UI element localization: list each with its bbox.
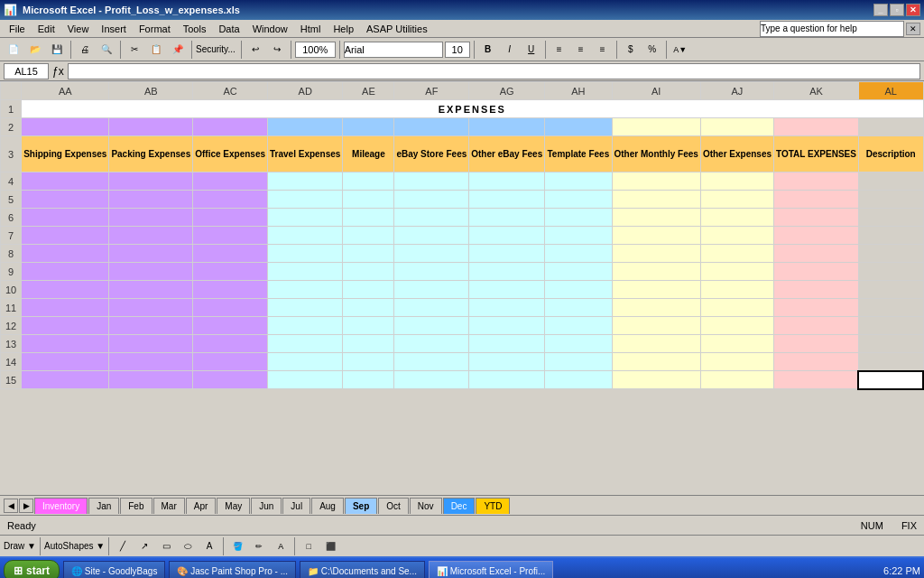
currency-btn[interactable]: $ [621, 40, 641, 60]
cell-al5[interactable] [858, 191, 923, 209]
cell-ak6[interactable] [774, 209, 859, 227]
cell-ai10[interactable] [612, 281, 700, 299]
cell-ag13[interactable] [469, 335, 545, 353]
tab-aug[interactable]: Aug [311, 498, 344, 514]
cell-ag5[interactable] [469, 191, 545, 209]
col-ae[interactable]: AE [343, 82, 394, 100]
print-btn[interactable]: 🖨 [75, 40, 95, 60]
cell-aj10[interactable] [700, 281, 773, 299]
menu-data[interactable]: Data [213, 23, 245, 35]
cell-al11[interactable] [858, 299, 923, 317]
header-other-expenses[interactable]: Other Expenses [700, 136, 773, 172]
cell-aa2[interactable] [22, 118, 109, 136]
cell-ad4[interactable] [268, 172, 343, 191]
cell-ac12[interactable] [193, 317, 268, 335]
row-num-9[interactable]: 9 [1, 263, 22, 281]
restore-btn[interactable]: ▫ [890, 4, 904, 16]
cell-aa5[interactable] [22, 191, 109, 209]
formula-input[interactable] [68, 63, 920, 79]
open-btn[interactable]: 📂 [25, 40, 45, 60]
cell-af9[interactable] [394, 263, 469, 281]
header-template[interactable]: Template Fees [545, 136, 612, 172]
cell-ad11[interactable] [268, 299, 343, 317]
cell-ad15[interactable] [268, 371, 343, 389]
save-btn[interactable]: 💾 [47, 40, 67, 60]
underline-btn[interactable]: U [522, 40, 541, 60]
cell-ag11[interactable] [469, 299, 545, 317]
cell-ad2[interactable] [268, 118, 343, 136]
row-num-3[interactable]: 3 [1, 136, 22, 172]
preview-btn[interactable]: 🔍 [97, 40, 116, 60]
cell-aj13[interactable] [700, 335, 773, 353]
cell-ak5[interactable] [774, 191, 859, 209]
cell-al7[interactable] [858, 227, 923, 245]
cell-ab5[interactable] [109, 191, 193, 209]
paste-btn[interactable]: 📌 [168, 40, 188, 60]
cell-al12[interactable] [858, 317, 923, 335]
row-num-14[interactable]: 14 [1, 353, 22, 371]
tab-apr[interactable]: Apr [186, 498, 217, 514]
cell-aa4[interactable] [22, 172, 109, 191]
cell-ak8[interactable] [774, 245, 859, 263]
cell-aa6[interactable] [22, 209, 109, 227]
cell-af14[interactable] [394, 353, 469, 371]
cell-ac7[interactable] [193, 227, 268, 245]
menu-tools[interactable]: Tools [178, 23, 212, 35]
cell-aa11[interactable] [22, 299, 109, 317]
cell-ab11[interactable] [109, 299, 193, 317]
cell-ai6[interactable] [612, 209, 700, 227]
cell-ai2[interactable] [612, 118, 700, 136]
start-button[interactable]: ⊞ start [4, 560, 60, 578]
cell-ab13[interactable] [109, 335, 193, 353]
cell-reference[interactable] [4, 63, 49, 79]
cell-ai14[interactable] [612, 353, 700, 371]
cell-ab7[interactable] [109, 227, 193, 245]
cell-af10[interactable] [394, 281, 469, 299]
cell-ag14[interactable] [469, 353, 545, 371]
tab-scroll-right[interactable]: ▶ [19, 499, 33, 513]
row-num-12[interactable]: 12 [1, 317, 22, 335]
cell-ag2[interactable] [469, 118, 545, 136]
cell-ak9[interactable] [774, 263, 859, 281]
cell-aj5[interactable] [700, 191, 773, 209]
cell-ai11[interactable] [612, 299, 700, 317]
cell-af11[interactable] [394, 299, 469, 317]
cell-ae7[interactable] [343, 227, 394, 245]
cell-ae10[interactable] [343, 281, 394, 299]
tab-nov[interactable]: Nov [410, 498, 442, 514]
cell-aa15[interactable] [22, 371, 109, 389]
cell-aa10[interactable] [22, 281, 109, 299]
cell-ac6[interactable] [193, 209, 268, 227]
cell-ab9[interactable] [109, 263, 193, 281]
cell-ac15[interactable] [193, 371, 268, 389]
3d-btn[interactable]: ⬛ [320, 536, 340, 556]
cell-aa7[interactable] [22, 227, 109, 245]
cell-ab14[interactable] [109, 353, 193, 371]
shadow-btn[interactable]: □ [299, 536, 319, 556]
cell-aa8[interactable] [22, 245, 109, 263]
cell-al9[interactable] [858, 263, 923, 281]
cell-ab8[interactable] [109, 245, 193, 263]
zoom-input[interactable] [295, 42, 336, 58]
col-ai[interactable]: AI [612, 82, 700, 100]
menu-edit[interactable]: Edit [32, 23, 60, 35]
cell-ag6[interactable] [469, 209, 545, 227]
tab-jun[interactable]: Jun [251, 498, 282, 514]
tab-oct[interactable]: Oct [378, 498, 409, 514]
cell-ae9[interactable] [343, 263, 394, 281]
cell-ad8[interactable] [268, 245, 343, 263]
cell-ae5[interactable] [343, 191, 394, 209]
arrow-btn[interactable]: ↗ [134, 536, 154, 556]
cell-aj2[interactable] [700, 118, 773, 136]
cell-af2[interactable] [394, 118, 469, 136]
cell-aj6[interactable] [700, 209, 773, 227]
header-shipping[interactable]: Shipping Expenses [22, 136, 109, 172]
cell-ae4[interactable] [343, 172, 394, 191]
align-center-btn[interactable]: ≡ [571, 40, 591, 60]
tab-scroll-left[interactable]: ◀ [4, 499, 18, 513]
row-num-7[interactable]: 7 [1, 227, 22, 245]
menu-view[interactable]: View [62, 23, 95, 35]
cell-ak13[interactable] [774, 335, 859, 353]
sheet-grid[interactable]: AA AB AC AD AE AF AG AH AI AJ AK AL 1 [0, 81, 924, 495]
cell-ac9[interactable] [193, 263, 268, 281]
